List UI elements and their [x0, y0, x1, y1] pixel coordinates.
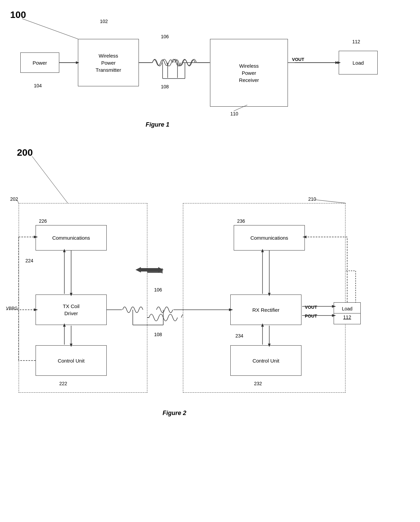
ref-104-label: 104: [34, 83, 42, 88]
ref-202-label: 202: [10, 196, 18, 202]
ref-106-label-fig2: 106: [154, 287, 162, 292]
ref-232-label: 232: [254, 381, 262, 386]
load-box-fig1: Load: [339, 51, 378, 74]
tx-coil-driver-box: TX Coil Driver: [36, 295, 107, 325]
tx-coil-label: TX Coil Driver: [63, 303, 79, 317]
ref-222-label: 222: [59, 381, 67, 386]
ref-210-label: 210: [308, 196, 316, 202]
comm-rx-box: Communications: [234, 225, 305, 251]
comm-tx-box: Communications: [36, 225, 107, 251]
figure1-title: Figure 1: [146, 121, 169, 128]
svg-line-42: [32, 156, 68, 203]
ref-200-label: 200: [17, 147, 33, 158]
ctrl-rx-box: Control Unit: [230, 345, 301, 376]
vout-label-fig2: VOUT: [305, 305, 317, 310]
load-label-fig2: Load: [334, 306, 360, 313]
vbrg-label: VBRG: [6, 306, 18, 311]
svg-line-92: [315, 200, 345, 203]
ctrl-rx-label: Control Unit: [252, 357, 279, 364]
ref-108-label-fig1: 108: [161, 84, 169, 89]
diagram-container: 100 102 Wireless Power Transmitter 104 P…: [0, 0, 420, 522]
ref-226-label: 226: [39, 218, 47, 224]
pout-label: POUT: [305, 313, 317, 319]
ref-108-label-fig2: 108: [154, 332, 162, 337]
comm-tx-label: Communications: [52, 234, 90, 241]
ref-102-label: 102: [100, 19, 108, 24]
ctrl-tx-label: Control Unit: [58, 357, 84, 364]
transmitter-box: Wireless Power Transmitter: [78, 39, 139, 86]
rx-rect-label: RX Rectifier: [252, 306, 279, 313]
vout-label-fig1: VOUT: [292, 57, 304, 62]
load-box-fig2: Load 112: [334, 302, 361, 324]
transmitter-label: Wireless Power Transmitter: [96, 52, 121, 73]
load-label-fig1: Load: [353, 59, 364, 66]
ref-112-label-fig1: 112: [352, 39, 360, 44]
svg-marker-54: [158, 267, 164, 273]
ref-234-label: 234: [235, 333, 243, 339]
power-box: Power: [20, 52, 59, 73]
ref-106-label-fig1: 106: [161, 34, 169, 39]
comm-rx-label: Communications: [250, 234, 288, 241]
ref-236-label: 236: [237, 218, 245, 224]
receiver-label: Wireless Power Receiver: [239, 62, 259, 84]
receiver-box: Wireless Power Receiver: [210, 39, 288, 107]
svg-line-41: [22, 19, 78, 39]
svg-marker-4: [335, 61, 339, 64]
figure2-title: Figure 2: [163, 410, 186, 417]
rx-rectifier-box: RX Rectifier: [230, 295, 301, 325]
ref-110-label: 110: [230, 111, 238, 116]
power-label: Power: [33, 59, 47, 66]
svg-marker-34: [158, 268, 163, 274]
ref-112-label-fig2: 112: [334, 313, 360, 321]
ctrl-tx-box: Control Unit: [36, 345, 107, 376]
ref-100-label: 100: [10, 9, 26, 20]
ref-224-label: 224: [25, 258, 33, 263]
